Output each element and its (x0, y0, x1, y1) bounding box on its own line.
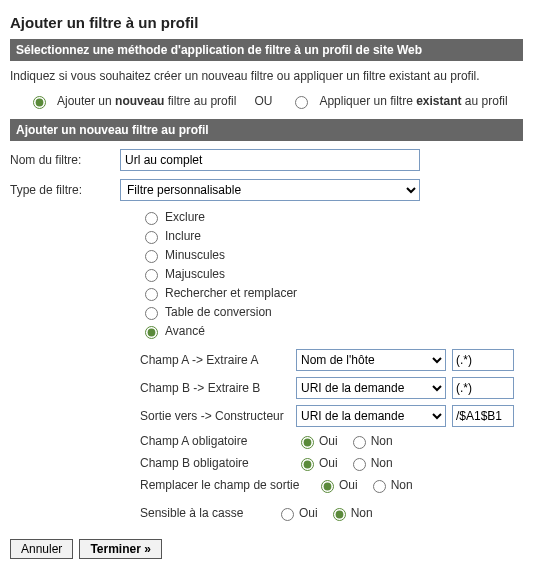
oui-label[interactable]: Oui (319, 434, 338, 448)
subtype-majuscules-radio[interactable] (145, 269, 158, 282)
remplacer-label: Remplacer le champ de sortie (140, 478, 310, 492)
oui-label[interactable]: Oui (339, 478, 358, 492)
casse-oui-radio[interactable] (281, 508, 294, 521)
subtype-label[interactable]: Table de conversion (165, 305, 272, 319)
method-new-radio[interactable] (33, 96, 46, 109)
method-section-bar: Sélectionnez une méthode d'application d… (10, 39, 523, 61)
oui-label[interactable]: Oui (319, 456, 338, 470)
method-or: OU (254, 94, 272, 108)
method-existing-radio[interactable] (295, 96, 308, 109)
oblig-b-non-radio[interactable] (353, 458, 366, 471)
subtype-label[interactable]: Inclure (165, 229, 201, 243)
subtype-exclure-radio[interactable] (145, 212, 158, 225)
submit-button[interactable]: Terminer » (79, 539, 161, 559)
subtype-inclure-radio[interactable] (145, 231, 158, 244)
subtype-label[interactable]: Exclure (165, 210, 205, 224)
subtype-rechercher-radio[interactable] (145, 288, 158, 301)
method-existing-label[interactable]: Appliquer un filtre existant au profil (319, 94, 507, 108)
oui-label[interactable]: Oui (299, 506, 318, 520)
filter-name-label: Nom du filtre: (10, 153, 120, 167)
sortie-input[interactable] (452, 405, 514, 427)
oblig-a-oui-radio[interactable] (301, 436, 314, 449)
champ-b-label: Champ B -> Extraire B (140, 381, 290, 395)
filter-type-select[interactable]: Filtre personnalisable (120, 179, 420, 201)
champ-b-input[interactable] (452, 377, 514, 399)
filter-name-input[interactable] (120, 149, 420, 171)
non-label[interactable]: Non (371, 456, 393, 470)
subtype-label[interactable]: Rechercher et remplacer (165, 286, 297, 300)
subtype-label[interactable]: Majuscules (165, 267, 225, 281)
subtype-minuscules-radio[interactable] (145, 250, 158, 263)
sortie-label: Sortie vers -> Constructeur (140, 409, 290, 423)
casse-label: Sensible à la casse (140, 506, 270, 520)
champ-a-label: Champ A -> Extraire A (140, 353, 290, 367)
method-new-label[interactable]: Ajouter un nouveau filtre au profil (57, 94, 236, 108)
non-label[interactable]: Non (351, 506, 373, 520)
subtype-conversion-radio[interactable] (145, 307, 158, 320)
method-intro: Indiquez si vous souhaitez créer un nouv… (10, 69, 523, 83)
cancel-button[interactable]: Annuler (10, 539, 73, 559)
champ-b-select[interactable]: URI de la demande (296, 377, 446, 399)
oblig-b-label: Champ B obligatoire (140, 456, 290, 470)
oblig-a-non-radio[interactable] (353, 436, 366, 449)
remplacer-non-radio[interactable] (373, 480, 386, 493)
filter-type-label: Type de filtre: (10, 183, 120, 197)
subtype-label[interactable]: Minuscules (165, 248, 225, 262)
casse-non-radio[interactable] (333, 508, 346, 521)
remplacer-oui-radio[interactable] (321, 480, 334, 493)
filter-section-bar: Ajouter un nouveau filtre au profil (10, 119, 523, 141)
page-title: Ajouter un filtre à un profil (10, 14, 523, 31)
oblig-a-label: Champ A obligatoire (140, 434, 290, 448)
champ-a-select[interactable]: Nom de l'hôte (296, 349, 446, 371)
subtype-avance-radio[interactable] (145, 326, 158, 339)
non-label[interactable]: Non (391, 478, 413, 492)
sortie-select[interactable]: URI de la demande (296, 405, 446, 427)
champ-a-input[interactable] (452, 349, 514, 371)
filter-subtype-group: Exclure Inclure Minuscules Majuscules Re… (140, 209, 523, 339)
oblig-b-oui-radio[interactable] (301, 458, 314, 471)
subtype-label[interactable]: Avancé (165, 324, 205, 338)
non-label[interactable]: Non (371, 434, 393, 448)
